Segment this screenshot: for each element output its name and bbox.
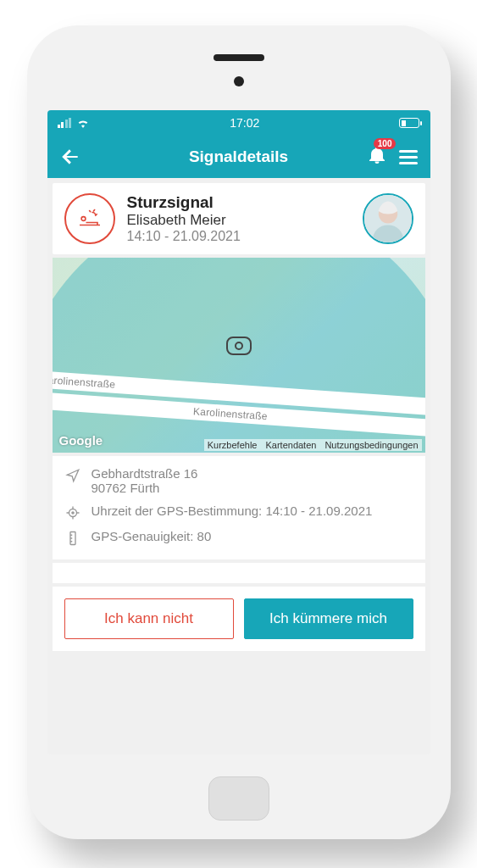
signal-card: Sturzsignal Elisabeth Meier 14:10 - 21.0…: [53, 183, 425, 254]
address-line-1: Gebhardtstraße 16: [92, 466, 198, 481]
gps-time: Uhrzeit der GPS-Bestimmung: 14:10 - 21.0…: [92, 504, 373, 518]
wifi-icon: [76, 118, 90, 128]
location-map[interactable]: Karolinenstraße Karolinenstraße Google K…: [53, 258, 425, 453]
map-attribution: Kurzbefehle Kartendaten Nutzungsbedingun…: [204, 439, 422, 451]
phone-camera: [234, 76, 244, 86]
person-avatar[interactable]: [363, 193, 413, 244]
cellular-signal-icon: [58, 118, 72, 128]
notification-badge: 100: [374, 138, 397, 149]
map-terms-link[interactable]: Nutzungsbedingungen: [324, 440, 418, 450]
map-data-link[interactable]: Kartendaten: [265, 440, 316, 450]
phone-frame: 17:02 Signaldetails 100: [27, 25, 451, 839]
map-shortcuts-link[interactable]: Kurzbefehle: [208, 440, 258, 450]
target-icon: [64, 504, 81, 520]
decline-button[interactable]: Ich kann nicht: [64, 598, 234, 639]
gps-accuracy: GPS-Genauigkeit: 80: [92, 529, 212, 543]
menu-button[interactable]: [399, 150, 418, 164]
map-provider-logo: Google: [59, 433, 103, 448]
navigate-icon: [64, 466, 81, 483]
notifications-button[interactable]: 100: [367, 145, 387, 169]
signal-type: Sturzsignal: [127, 193, 351, 212]
svg-point-0: [81, 217, 86, 221]
app-screen: 17:02 Signaldetails 100: [47, 110, 430, 754]
ruler-icon: [64, 529, 81, 546]
page-title: Signaldetails: [189, 147, 288, 166]
accept-button[interactable]: Ich kümmere mich: [244, 598, 413, 639]
home-button[interactable]: [208, 776, 269, 821]
signal-timestamp: 14:10 - 21.09.2021: [127, 229, 351, 244]
device-marker-icon: [226, 337, 252, 355]
spacer: [53, 563, 425, 583]
location-details: Gebhardtstraße 16 90762 Fürth Uhrzeit de…: [53, 456, 425, 559]
fall-signal-icon: [64, 193, 115, 244]
svg-point-4: [71, 512, 73, 514]
back-arrow-icon[interactable]: [59, 146, 81, 168]
status-time: 17:02: [230, 116, 259, 130]
action-bar: Ich kann nicht Ich kümmere mich: [53, 587, 425, 651]
person-name: Elisabeth Meier: [127, 212, 351, 229]
phone-speaker: [214, 54, 264, 61]
nav-bar: Signaldetails 100: [47, 136, 430, 178]
address-line-2: 90762 Fürth: [92, 481, 198, 495]
battery-icon: [399, 118, 419, 128]
status-bar: 17:02: [47, 110, 430, 136]
